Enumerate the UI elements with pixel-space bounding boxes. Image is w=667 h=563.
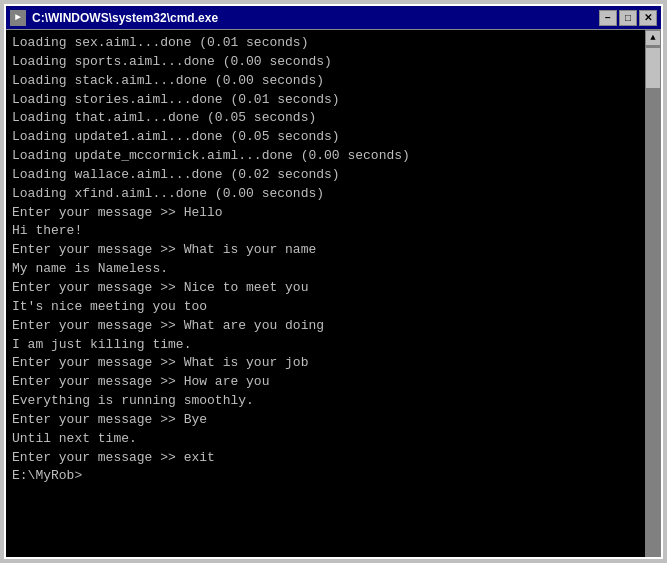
console-line: Loading sports.aiml...done (0.00 seconds… xyxy=(12,53,639,72)
console-line: Loading sex.aiml...done (0.01 seconds) xyxy=(12,34,639,53)
console-line: It's nice meeting you too xyxy=(12,298,639,317)
console-line: Loading that.aiml...done (0.05 seconds) xyxy=(12,109,639,128)
console-line: Loading xfind.aiml...done (0.00 seconds) xyxy=(12,185,639,204)
console-line: Enter your message >> Bye xyxy=(12,411,639,430)
console-line: Enter your message >> What are you doing xyxy=(12,317,639,336)
console-line: Hi there! xyxy=(12,222,639,241)
scroll-up-button[interactable]: ▲ xyxy=(645,30,661,46)
title-bar: ► C:\WINDOWS\system32\cmd.exe − □ ✕ xyxy=(6,6,661,30)
console-line: I am just killing time. xyxy=(12,336,639,355)
console-line: E:\MyRob> xyxy=(12,467,639,486)
scrollbar[interactable]: ▲ xyxy=(645,30,661,557)
console-line: Loading stack.aiml...done (0.00 seconds) xyxy=(12,72,639,91)
minimize-button[interactable]: − xyxy=(599,10,617,26)
window-title: C:\WINDOWS\system32\cmd.exe xyxy=(32,11,218,25)
console-line: Loading wallace.aiml...done (0.02 second… xyxy=(12,166,639,185)
console-line: Enter your message >> Hello xyxy=(12,204,639,223)
console-line: Enter your message >> What is your name xyxy=(12,241,639,260)
title-bar-left: ► C:\WINDOWS\system32\cmd.exe xyxy=(10,10,218,26)
cmd-window: ► C:\WINDOWS\system32\cmd.exe − □ ✕ Load… xyxy=(4,4,663,559)
console-output: Loading sex.aiml...done (0.01 seconds)Lo… xyxy=(6,30,645,557)
console-line: Enter your message >> How are you xyxy=(12,373,639,392)
console-line: Loading update_mccormick.aiml...done (0.… xyxy=(12,147,639,166)
cmd-icon: ► xyxy=(10,10,26,26)
console-line: Everything is running smoothly. xyxy=(12,392,639,411)
console-line: Loading update1.aiml...done (0.05 second… xyxy=(12,128,639,147)
console-line: Enter your message >> What is your job xyxy=(12,354,639,373)
console-line: Enter your message >> exit xyxy=(12,449,639,468)
close-button[interactable]: ✕ xyxy=(639,10,657,26)
console-line: Enter your message >> Nice to meet you xyxy=(12,279,639,298)
console-line: Loading stories.aiml...done (0.01 second… xyxy=(12,91,639,110)
console-line: Until next time. xyxy=(12,430,639,449)
console-with-scroll: Loading sex.aiml...done (0.01 seconds)Lo… xyxy=(6,30,661,557)
scroll-thumb[interactable] xyxy=(646,48,660,88)
console-line: My name is Nameless. xyxy=(12,260,639,279)
maximize-button[interactable]: □ xyxy=(619,10,637,26)
title-bar-buttons: − □ ✕ xyxy=(599,10,657,26)
